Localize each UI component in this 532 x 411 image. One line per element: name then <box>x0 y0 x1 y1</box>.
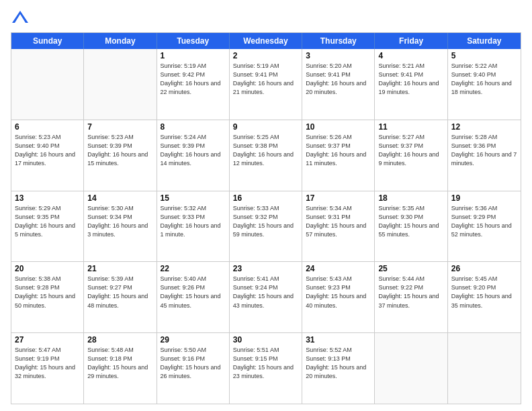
day-number: 26 <box>451 264 517 273</box>
calendar: SundayMondayTuesdayWednesdayThursdayFrid… <box>11 32 521 404</box>
calendar-cell-day-17: 17Sunrise: 5:34 AMSunset: 9:31 PMDayligh… <box>302 191 375 262</box>
day-number: 5 <box>451 51 517 60</box>
calendar-cell-day-21: 21Sunrise: 5:39 AMSunset: 9:27 PMDayligh… <box>84 262 157 332</box>
calendar-cell-day-11: 11Sunrise: 5:27 AMSunset: 9:37 PMDayligh… <box>375 120 447 191</box>
day-number: 7 <box>87 122 152 132</box>
cell-info: Sunrise: 5:51 AMSunset: 9:15 PMDaylight:… <box>233 346 298 381</box>
cell-info: Sunrise: 5:19 AMSunset: 9:41 PMDaylight:… <box>233 62 298 97</box>
calendar-cell-day-10: 10Sunrise: 5:26 AMSunset: 9:37 PMDayligh… <box>302 120 375 191</box>
calendar-cell-day-13: 13Sunrise: 5:29 AMSunset: 9:35 PMDayligh… <box>11 191 84 262</box>
calendar-cell-day-22: 22Sunrise: 5:40 AMSunset: 9:26 PMDayligh… <box>157 262 230 332</box>
day-header-monday: Monday <box>84 33 157 49</box>
calendar-row-5: 27Sunrise: 5:47 AMSunset: 9:19 PMDayligh… <box>11 333 521 404</box>
calendar-cell-empty <box>84 49 157 120</box>
day-number: 21 <box>87 264 152 273</box>
day-number: 28 <box>87 335 152 345</box>
day-number: 10 <box>306 122 371 132</box>
calendar-cell-day-19: 19Sunrise: 5:36 AMSunset: 9:29 PMDayligh… <box>448 191 521 262</box>
cell-info: Sunrise: 5:23 AMSunset: 9:40 PMDaylight:… <box>15 133 80 168</box>
day-number: 30 <box>233 335 298 345</box>
day-number: 16 <box>233 193 298 203</box>
day-header-wednesday: Wednesday <box>230 33 302 49</box>
calendar-cell-day-16: 16Sunrise: 5:33 AMSunset: 9:32 PMDayligh… <box>230 191 302 262</box>
day-number: 6 <box>15 122 80 132</box>
cell-info: Sunrise: 5:36 AMSunset: 9:29 PMDaylight:… <box>451 204 517 239</box>
cell-info: Sunrise: 5:34 AMSunset: 9:31 PMDaylight:… <box>306 204 371 239</box>
cell-info: Sunrise: 5:45 AMSunset: 9:20 PMDaylight:… <box>451 275 517 310</box>
calendar-cell-day-4: 4Sunrise: 5:21 AMSunset: 9:41 PMDaylight… <box>375 49 447 120</box>
day-header-tuesday: Tuesday <box>157 33 230 49</box>
calendar-cell-day-30: 30Sunrise: 5:51 AMSunset: 9:15 PMDayligh… <box>230 333 302 404</box>
calendar-cell-day-2: 2Sunrise: 5:19 AMSunset: 9:41 PMDaylight… <box>230 49 302 120</box>
calendar-cell-day-14: 14Sunrise: 5:30 AMSunset: 9:34 PMDayligh… <box>84 191 157 262</box>
calendar-cell-day-31: 31Sunrise: 5:52 AMSunset: 9:13 PMDayligh… <box>302 333 375 404</box>
cell-info: Sunrise: 5:48 AMSunset: 9:18 PMDaylight:… <box>87 346 152 381</box>
cell-info: Sunrise: 5:21 AMSunset: 9:41 PMDaylight:… <box>378 62 443 97</box>
calendar-cell-day-15: 15Sunrise: 5:32 AMSunset: 9:33 PMDayligh… <box>157 191 230 262</box>
cell-info: Sunrise: 5:52 AMSunset: 9:13 PMDaylight:… <box>306 346 371 381</box>
cell-info: Sunrise: 5:40 AMSunset: 9:26 PMDaylight:… <box>161 275 226 310</box>
calendar-cell-day-26: 26Sunrise: 5:45 AMSunset: 9:20 PMDayligh… <box>448 262 521 332</box>
calendar-cell-day-28: 28Sunrise: 5:48 AMSunset: 9:18 PMDayligh… <box>84 333 157 404</box>
cell-info: Sunrise: 5:20 AMSunset: 9:41 PMDaylight:… <box>306 62 371 97</box>
calendar-cell-day-6: 6Sunrise: 5:23 AMSunset: 9:40 PMDaylight… <box>11 120 84 191</box>
calendar-row-4: 20Sunrise: 5:38 AMSunset: 9:28 PMDayligh… <box>11 262 521 333</box>
day-number: 12 <box>451 122 517 132</box>
cell-info: Sunrise: 5:30 AMSunset: 9:34 PMDaylight:… <box>87 204 152 239</box>
calendar-row-3: 13Sunrise: 5:29 AMSunset: 9:35 PMDayligh… <box>11 191 521 263</box>
cell-info: Sunrise: 5:25 AMSunset: 9:38 PMDaylight:… <box>233 133 298 168</box>
cell-info: Sunrise: 5:28 AMSunset: 9:36 PMDaylight:… <box>451 133 517 168</box>
cell-info: Sunrise: 5:44 AMSunset: 9:22 PMDaylight:… <box>378 275 443 310</box>
calendar-cell-day-24: 24Sunrise: 5:43 AMSunset: 9:23 PMDayligh… <box>302 262 375 332</box>
calendar-cell-empty <box>375 333 447 404</box>
cell-info: Sunrise: 5:29 AMSunset: 9:35 PMDaylight:… <box>15 204 80 239</box>
calendar-row-1: 1Sunrise: 5:19 AMSunset: 9:42 PMDaylight… <box>11 49 521 120</box>
calendar-header: SundayMondayTuesdayWednesdayThursdayFrid… <box>11 33 521 49</box>
day-number: 4 <box>378 51 443 60</box>
cell-info: Sunrise: 5:35 AMSunset: 9:30 PMDaylight:… <box>378 204 443 239</box>
calendar-cell-day-23: 23Sunrise: 5:41 AMSunset: 9:24 PMDayligh… <box>230 262 302 332</box>
day-number: 24 <box>306 264 371 273</box>
calendar-cell-day-29: 29Sunrise: 5:50 AMSunset: 9:16 PMDayligh… <box>157 333 230 404</box>
day-number: 29 <box>161 335 226 345</box>
day-header-saturday: Saturday <box>448 33 521 49</box>
logo-icon <box>11 8 30 27</box>
day-number: 15 <box>161 193 226 203</box>
day-number: 27 <box>15 335 80 345</box>
calendar-cell-day-8: 8Sunrise: 5:24 AMSunset: 9:39 PMDaylight… <box>157 120 230 191</box>
calendar-cell-day-18: 18Sunrise: 5:35 AMSunset: 9:30 PMDayligh… <box>375 191 447 262</box>
cell-info: Sunrise: 5:19 AMSunset: 9:42 PMDaylight:… <box>161 62 226 97</box>
page: SundayMondayTuesdayWednesdayThursdayFrid… <box>0 0 532 411</box>
calendar-cell-day-3: 3Sunrise: 5:20 AMSunset: 9:41 PMDaylight… <box>302 49 375 120</box>
day-number: 22 <box>161 264 226 273</box>
day-number: 31 <box>306 335 371 345</box>
calendar-cell-day-9: 9Sunrise: 5:25 AMSunset: 9:38 PMDaylight… <box>230 120 302 191</box>
cell-info: Sunrise: 5:33 AMSunset: 9:32 PMDaylight:… <box>233 204 298 239</box>
day-number: 2 <box>233 51 298 60</box>
calendar-cell-empty <box>448 333 521 404</box>
cell-info: Sunrise: 5:24 AMSunset: 9:39 PMDaylight:… <box>161 133 226 168</box>
day-number: 11 <box>378 122 443 132</box>
calendar-cell-day-7: 7Sunrise: 5:23 AMSunset: 9:39 PMDaylight… <box>84 120 157 191</box>
day-number: 13 <box>15 193 80 203</box>
day-number: 19 <box>451 193 517 203</box>
day-number: 9 <box>233 122 298 132</box>
day-number: 17 <box>306 193 371 203</box>
logo <box>11 8 32 27</box>
calendar-body: 1Sunrise: 5:19 AMSunset: 9:42 PMDaylight… <box>11 49 521 404</box>
day-header-sunday: Sunday <box>11 33 84 49</box>
cell-info: Sunrise: 5:27 AMSunset: 9:37 PMDaylight:… <box>378 133 443 168</box>
day-number: 23 <box>233 264 298 273</box>
cell-info: Sunrise: 5:41 AMSunset: 9:24 PMDaylight:… <box>233 275 298 310</box>
day-number: 20 <box>15 264 80 273</box>
cell-info: Sunrise: 5:22 AMSunset: 9:40 PMDaylight:… <box>451 62 517 97</box>
calendar-cell-day-25: 25Sunrise: 5:44 AMSunset: 9:22 PMDayligh… <box>375 262 447 332</box>
calendar-cell-day-12: 12Sunrise: 5:28 AMSunset: 9:36 PMDayligh… <box>448 120 521 191</box>
day-header-thursday: Thursday <box>302 33 375 49</box>
day-number: 14 <box>87 193 152 203</box>
cell-info: Sunrise: 5:23 AMSunset: 9:39 PMDaylight:… <box>87 133 152 168</box>
cell-info: Sunrise: 5:38 AMSunset: 9:28 PMDaylight:… <box>15 275 80 310</box>
calendar-row-2: 6Sunrise: 5:23 AMSunset: 9:40 PMDaylight… <box>11 120 521 191</box>
day-number: 18 <box>378 193 443 203</box>
day-number: 1 <box>161 51 226 60</box>
